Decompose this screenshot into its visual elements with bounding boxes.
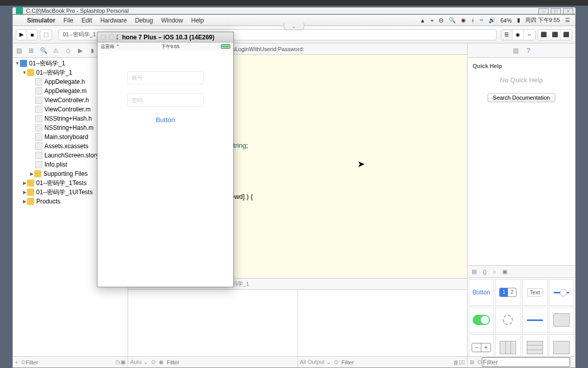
breakpoint-nav-icon[interactable]: ◗ bbox=[88, 47, 96, 55]
menu-file[interactable]: File bbox=[63, 17, 73, 24]
ios-status-bar: 运营商 ⌃ 下午9:55 bbox=[97, 42, 233, 51]
status-time: 下午9:55 bbox=[161, 43, 180, 50]
console-filter[interactable] bbox=[341, 359, 450, 365]
object-library: ▤ {} ○ ▣ Button 12 Text −+ bbox=[468, 265, 575, 367]
bc-method[interactable]: -isLoginWithUserid:Password: bbox=[229, 46, 304, 52]
console-output[interactable] bbox=[298, 290, 468, 356]
utilities-panel: ▤ ? Quick Help No Quick Help Search Docu… bbox=[467, 43, 575, 367]
simulator-titlebar[interactable]: iPhone 7 Plus – iOS 10.3 (14E269) bbox=[97, 32, 233, 42]
lib-activity[interactable] bbox=[495, 307, 521, 333]
lib-textfield[interactable]: Text bbox=[522, 279, 548, 306]
editor-mode-group[interactable]: ☰ ◉ ↔ bbox=[501, 29, 535, 40]
lib-stepper[interactable]: −+ bbox=[469, 334, 494, 356]
safari-icon[interactable]: ◉ bbox=[461, 17, 466, 24]
no-help-message: No Quick Help bbox=[473, 76, 570, 84]
lib-stack-v[interactable] bbox=[522, 334, 548, 356]
right-panel-icon[interactable]: ⬛ bbox=[560, 30, 572, 40]
filter-icon: ⊙ bbox=[21, 359, 26, 365]
carrier-label: 运营商 ⌃ bbox=[101, 43, 120, 50]
inspector-tabs[interactable]: ▤ ? bbox=[468, 43, 575, 58]
filter-icon: ⊙ bbox=[477, 359, 482, 365]
scm-icon[interactable]: ▣ bbox=[120, 359, 126, 365]
bluetooth-icon[interactable]: ᚼ bbox=[471, 17, 475, 24]
variables-filter[interactable] bbox=[167, 359, 296, 365]
add-icon[interactable]: + bbox=[15, 359, 18, 365]
clock-icon[interactable]: ◷ bbox=[115, 359, 120, 365]
scope-selector[interactable]: Auto ⌄ bbox=[130, 359, 148, 365]
test-nav-icon[interactable]: ◇ bbox=[64, 47, 72, 55]
symbol-nav-icon[interactable]: ⊞ bbox=[27, 47, 35, 55]
lib-slider[interactable] bbox=[549, 279, 574, 306]
search-nav-icon[interactable]: 🔍 bbox=[39, 47, 47, 55]
right-pane-icon[interactable]: ▯ bbox=[462, 359, 465, 365]
media-library-icon[interactable]: ▣ bbox=[502, 268, 507, 275]
debug-area: ▢ ▮ ▶ ⤵ ↓ ↑ ⬚ ◫ ➤ ⬚ 01--密码学_1 bbox=[128, 278, 467, 367]
clock[interactable]: 周四 下午9:55 bbox=[525, 16, 560, 24]
run-button[interactable]: ▶ bbox=[16, 29, 27, 40]
search-documentation-button[interactable]: Search Documentation bbox=[487, 93, 556, 102]
menu-help[interactable]: Help bbox=[191, 17, 204, 24]
username-field[interactable]: 账号 bbox=[127, 71, 204, 84]
bottom-panel-icon[interactable]: ⬛ bbox=[549, 30, 560, 40]
theta-icon[interactable]: Θ bbox=[439, 17, 444, 24]
grid-icon[interactable]: ⊞ bbox=[470, 359, 474, 365]
file-template-icon[interactable]: ▤ bbox=[472, 268, 477, 275]
file-inspector-icon[interactable]: ▤ bbox=[513, 47, 519, 54]
scheme-button[interactable]: ⬚ bbox=[40, 29, 52, 40]
lib-stack-h[interactable] bbox=[495, 334, 521, 356]
panel-visibility-group[interactable]: ⬛ ⬛ ⬛ bbox=[537, 29, 572, 40]
spotlight-icon[interactable]: 🔍 bbox=[449, 17, 456, 24]
sim-minimize-button[interactable] bbox=[109, 34, 114, 40]
minimize-button[interactable]: – bbox=[538, 8, 549, 14]
volume-icon[interactable]: 🔊 bbox=[488, 17, 496, 24]
maximize-button[interactable]: □ bbox=[551, 8, 561, 14]
battery-indicator bbox=[221, 44, 230, 49]
variables-view[interactable] bbox=[128, 290, 298, 356]
file-nav-icon[interactable]: ▤ bbox=[15, 47, 23, 55]
issue-nav-icon[interactable]: ⚠ bbox=[52, 47, 60, 55]
close-button[interactable]: × bbox=[563, 8, 573, 14]
tab-dropdown[interactable]: ⌄ bbox=[284, 23, 304, 30]
quick-help-icon[interactable]: ? bbox=[527, 47, 530, 54]
app-menu[interactable]: Simulator bbox=[27, 17, 55, 24]
filter-input[interactable] bbox=[26, 359, 115, 365]
plus-icon[interactable]: + bbox=[431, 17, 434, 24]
quick-help-title: Quick Help bbox=[473, 63, 570, 69]
left-panel-icon[interactable]: ⬛ bbox=[538, 30, 549, 40]
password-field[interactable]: 密码 bbox=[127, 94, 204, 107]
stop-button[interactable]: ■ bbox=[27, 29, 38, 40]
sim-zoom-button[interactable] bbox=[117, 34, 122, 40]
hammer-icon[interactable]: ▲ bbox=[420, 17, 426, 24]
menu-edit[interactable]: Edit bbox=[82, 17, 92, 24]
login-button[interactable]: Button bbox=[108, 116, 223, 124]
notification-icon[interactable]: ☰ bbox=[565, 17, 570, 24]
remote-window-titlebar: C.C的MacBook Pro - Splashtop Personal – □… bbox=[12, 7, 576, 14]
object-library-icon[interactable]: ○ bbox=[493, 269, 496, 275]
navigator-filter[interactable]: + ⊙ ◷ ▣ bbox=[13, 356, 128, 367]
version-editor-icon[interactable]: ↔ bbox=[524, 30, 535, 40]
menu-debug[interactable]: Debug bbox=[135, 17, 153, 24]
lib-progress[interactable] bbox=[522, 307, 548, 333]
ios-simulator-window[interactable]: iPhone 7 Plus – iOS 10.3 (14E269) 运营商 ⌃ … bbox=[97, 32, 234, 287]
sim-close-button[interactable] bbox=[101, 34, 106, 40]
battery-icon: ▮ bbox=[517, 17, 520, 24]
lib-pageview[interactable] bbox=[549, 307, 574, 333]
lib-segmented[interactable]: 12 bbox=[495, 279, 521, 306]
menu-hardware[interactable]: Hardware bbox=[100, 17, 127, 24]
menu-window[interactable]: Window bbox=[161, 17, 183, 24]
lib-switch[interactable] bbox=[469, 307, 494, 333]
wifi-icon[interactable]: ⌔ bbox=[480, 17, 483, 24]
lib-table[interactable] bbox=[549, 334, 574, 356]
battery-percent[interactable]: 64% bbox=[501, 17, 512, 24]
library-filter[interactable] bbox=[482, 357, 570, 367]
standard-editor-icon[interactable]: ☰ bbox=[501, 30, 512, 40]
assistant-editor-icon[interactable]: ◉ bbox=[512, 30, 524, 40]
output-selector[interactable]: All Output ⌄ bbox=[300, 359, 331, 365]
splashtop-icon bbox=[16, 7, 23, 14]
code-snippet-icon[interactable]: {} bbox=[483, 269, 486, 275]
debug-nav-icon[interactable]: ▶ bbox=[76, 47, 84, 55]
trash-icon[interactable]: 🗑 bbox=[453, 359, 459, 365]
lib-button[interactable]: Button bbox=[469, 279, 494, 306]
